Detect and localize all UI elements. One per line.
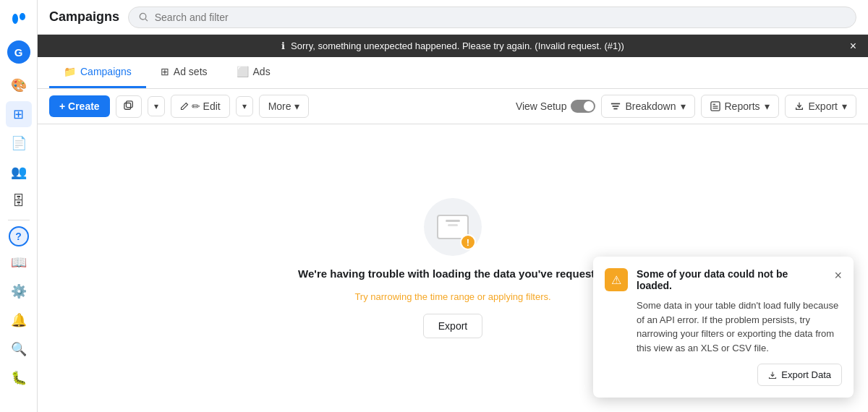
view-setup-label: View Setup xyxy=(516,100,567,112)
palette-icon[interactable]: 🎨 xyxy=(6,72,32,98)
book-icon[interactable]: 📖 xyxy=(6,249,32,275)
campaigns-icon: 📁 xyxy=(64,66,76,77)
more-button[interactable]: More ▾ xyxy=(259,95,309,118)
notification-bar: ℹ Sorry, something unexpected happened. … xyxy=(38,35,868,57)
breakdown-caret-icon: ▾ xyxy=(681,100,686,112)
duplicate-icon xyxy=(124,100,134,111)
svg-rect-8 xyxy=(614,108,618,110)
svg-rect-4 xyxy=(126,100,132,107)
adsets-icon: ⊞ xyxy=(161,66,169,77)
reports-button[interactable]: Reports ▾ xyxy=(701,95,779,118)
notification-close-button[interactable]: × xyxy=(847,40,859,53)
tab-campaigns[interactable]: 📁 Campaigns xyxy=(49,57,146,88)
bell-icon[interactable]: 🔔 xyxy=(6,307,32,333)
side-notification-body: Some data in your table didn't load full… xyxy=(637,299,842,355)
side-notification-footer: Export Data xyxy=(605,364,842,386)
tab-adsets[interactable]: ⊞ Ad sets xyxy=(146,57,222,88)
error-subtitle[interactable]: Try narrowing the time range or applying… xyxy=(354,291,550,302)
export-data-icon xyxy=(768,371,777,379)
notification-message: Sorry, something unexpected happened. Pl… xyxy=(291,40,624,51)
page-title: Campaigns xyxy=(49,9,119,25)
side-notification-close-button[interactable]: × xyxy=(834,268,842,283)
campaign-tabs: 📁 Campaigns ⊞ Ad sets ⬜ Ads xyxy=(38,57,868,89)
content-export-button[interactable]: Export xyxy=(423,314,482,338)
breakdown-button[interactable]: Breakdown ▾ xyxy=(601,95,694,118)
database-icon[interactable]: 🗄 xyxy=(6,188,32,214)
warning-icon: ⚠ xyxy=(605,268,628,291)
edit-button[interactable]: ✏ Edit xyxy=(171,95,230,118)
svg-rect-6 xyxy=(611,103,620,105)
error-badge-icon: ! xyxy=(460,234,476,250)
edit-icon xyxy=(180,102,189,111)
search-icon xyxy=(139,12,149,22)
export-icon xyxy=(794,101,804,111)
bug-icon[interactable]: 🐛 xyxy=(6,365,32,391)
search-input[interactable] xyxy=(155,12,846,23)
sidebar: G 🎨 ⊞ 📄 👥 🗄 ? 📖 ⚙️ 🔔 🔍 🐛 xyxy=(0,0,38,412)
document-icon[interactable]: 📄 xyxy=(6,130,32,156)
notification-icon: ℹ xyxy=(281,40,285,51)
svg-point-0 xyxy=(12,14,18,24)
svg-point-2 xyxy=(140,13,146,20)
help-icon[interactable]: ? xyxy=(9,226,29,246)
tab-ads[interactable]: ⬜ Ads xyxy=(222,57,285,88)
content-area: ! We're having trouble with loading the … xyxy=(38,124,868,412)
search-bar[interactable] xyxy=(128,7,856,28)
reports-icon xyxy=(710,101,720,111)
view-setup-toggle[interactable]: View Setup xyxy=(516,100,596,113)
svg-line-3 xyxy=(145,19,148,21)
main-content: Campaigns ℹ Sorry, something unexpected … xyxy=(38,0,868,412)
avatar[interactable]: G xyxy=(7,40,30,64)
side-notification-panel: ⚠ Some of your data could not be loaded.… xyxy=(593,257,854,398)
search-icon[interactable]: 🔍 xyxy=(6,336,32,362)
topbar: Campaigns xyxy=(38,0,868,35)
meta-logo xyxy=(6,6,32,32)
svg-rect-5 xyxy=(124,103,131,109)
duplicate-button[interactable] xyxy=(116,95,142,118)
settings-icon[interactable]: ⚙️ xyxy=(6,278,32,304)
audience-icon[interactable]: 👥 xyxy=(6,159,32,185)
toolbar: + Create ▾ ✏ Edit ▾ More ▾ View Setup xyxy=(38,89,868,124)
export-button[interactable]: Export ▾ xyxy=(785,95,856,118)
breakdown-icon xyxy=(610,101,621,111)
export-data-button[interactable]: Export Data xyxy=(757,364,842,386)
grid-icon[interactable]: ⊞ xyxy=(6,101,32,127)
side-notification-title: Some of your data could not be loaded. xyxy=(637,268,825,291)
toggle-switch[interactable] xyxy=(571,100,595,113)
create-button[interactable]: + Create xyxy=(49,95,110,117)
reports-caret-icon: ▾ xyxy=(765,100,770,112)
edit-caret-button[interactable]: ▾ xyxy=(236,96,253,116)
svg-rect-7 xyxy=(613,106,619,107)
svg-point-1 xyxy=(20,13,25,20)
more-caret-icon: ▾ xyxy=(294,100,299,112)
error-title: We're having trouble with loading the da… xyxy=(298,267,608,280)
duplicate-caret-button[interactable]: ▾ xyxy=(148,96,165,116)
side-notification-header: ⚠ Some of your data could not be loaded.… xyxy=(605,268,842,291)
ads-icon: ⬜ xyxy=(237,66,249,77)
export-caret-icon: ▾ xyxy=(842,100,847,112)
divider xyxy=(8,220,30,220)
error-illustration: ! xyxy=(424,198,482,256)
